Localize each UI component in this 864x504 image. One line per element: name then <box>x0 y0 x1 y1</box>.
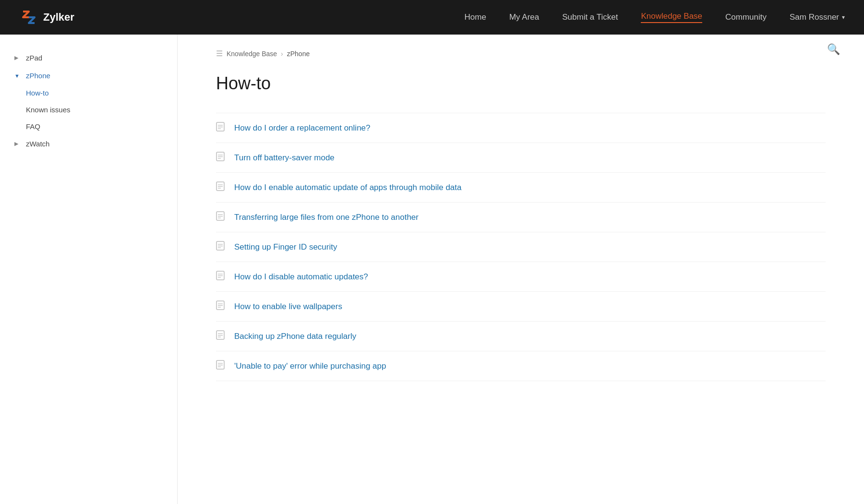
article-link[interactable]: Transferring large files from one zPhone… <box>234 213 419 222</box>
nav-user-label: Sam Rossner <box>790 12 839 22</box>
sidebar-sub-item-faq[interactable]: FAQ <box>26 118 177 135</box>
document-icon <box>216 360 226 372</box>
breadcrumb-separator: › <box>281 50 283 58</box>
breadcrumb-base[interactable]: Knowledge Base <box>227 50 277 58</box>
nav-my-area[interactable]: My Area <box>509 12 539 22</box>
breadcrumb-current: zPhone <box>287 50 310 58</box>
main-nav: Home My Area Submit a Ticket Knowledge B… <box>465 12 845 23</box>
sidebar-sub-item-how-to[interactable]: How-to <box>26 84 177 101</box>
arrow-down-icon: ▼ <box>14 73 21 79</box>
document-icon <box>216 181 226 193</box>
zylker-logo-icon <box>19 8 38 27</box>
article-item[interactable]: How do I order a replacement online? <box>216 113 826 143</box>
document-icon <box>216 271 226 283</box>
nav-user[interactable]: Sam Rossner ▾ <box>790 12 845 22</box>
sidebar-sub-item-known-issues[interactable]: Known issues <box>26 101 177 118</box>
article-item[interactable]: How do I disable automatic updates? <box>216 262 826 292</box>
article-link[interactable]: 'Unable to pay' error while purchasing a… <box>234 361 386 371</box>
article-item[interactable]: How do I enable automatic update of apps… <box>216 173 826 203</box>
search-button[interactable]: 🔍 <box>827 43 840 56</box>
sidebar-sub-zphone: How-to Known issues FAQ <box>0 84 177 135</box>
chevron-down-icon: ▾ <box>842 14 845 21</box>
article-link[interactable]: How do I enable automatic update of apps… <box>234 183 462 192</box>
main-content: ☰ Knowledge Base › zPhone 🔍 How-to How d… <box>178 35 864 504</box>
sidebar-item-zphone[interactable]: ▼ zPhone <box>0 67 177 84</box>
sidebar-item-zwatch[interactable]: ▶ zWatch <box>0 135 177 153</box>
logo-text: Zylker <box>43 11 74 24</box>
article-item[interactable]: Backing up zPhone data regularly <box>216 322 826 351</box>
arrow-right-icon: ▶ <box>14 55 21 61</box>
article-item[interactable]: 'Unable to pay' error while purchasing a… <box>216 351 826 381</box>
article-item[interactable]: How to enable live wallpapers <box>216 292 826 322</box>
header: Zylker Home My Area Submit a Ticket Know… <box>0 0 864 35</box>
document-icon <box>216 152 226 164</box>
logo-area: Zylker <box>19 8 74 27</box>
nav-community[interactable]: Community <box>725 12 767 22</box>
document-icon <box>216 211 226 223</box>
article-item[interactable]: Setting up Finger ID security <box>216 232 826 262</box>
sidebar-item-zpad[interactable]: ▶ zPad <box>0 49 177 67</box>
article-link[interactable]: How do I disable automatic updates? <box>234 272 368 282</box>
article-link[interactable]: Setting up Finger ID security <box>234 242 337 252</box>
breadcrumb-menu-icon: ☰ <box>216 49 223 58</box>
search-icon: 🔍 <box>827 43 840 55</box>
document-icon <box>216 241 226 253</box>
sidebar-label-zphone: zPhone <box>26 72 50 80</box>
arrow-right-icon-2: ▶ <box>14 141 21 147</box>
page-title: How-to <box>216 73 826 94</box>
article-link[interactable]: Backing up zPhone data regularly <box>234 332 356 341</box>
sidebar: ▶ zPad ▼ zPhone How-to Known issues FAQ … <box>0 35 178 504</box>
article-link[interactable]: Turn off battery-saver mode <box>234 153 335 163</box>
page-layout: ▶ zPad ▼ zPhone How-to Known issues FAQ … <box>0 35 864 504</box>
document-icon <box>216 122 226 134</box>
nav-home[interactable]: Home <box>465 12 486 22</box>
document-icon <box>216 300 226 312</box>
breadcrumb: ☰ Knowledge Base › zPhone <box>216 49 826 58</box>
article-link[interactable]: How do I order a replacement online? <box>234 123 371 133</box>
article-item[interactable]: Transferring large files from one zPhone… <box>216 203 826 232</box>
document-icon <box>216 330 226 342</box>
nav-knowledge-base[interactable]: Knowledge Base <box>641 12 702 23</box>
nav-submit-ticket[interactable]: Submit a Ticket <box>562 12 618 22</box>
article-item[interactable]: Turn off battery-saver mode <box>216 143 826 173</box>
article-link[interactable]: How to enable live wallpapers <box>234 302 342 312</box>
sidebar-label-zwatch: zWatch <box>26 140 49 148</box>
sidebar-label-zpad: zPad <box>26 54 42 62</box>
article-list: How do I order a replacement online? Tur… <box>216 113 826 381</box>
